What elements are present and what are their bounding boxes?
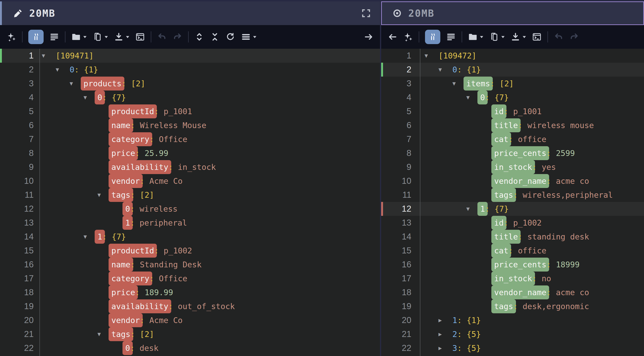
- node-value[interactable]: acme co: [556, 288, 589, 297]
- collapse-node-icon[interactable]: ▼: [438, 63, 448, 77]
- node-value[interactable]: 189.99: [144, 288, 173, 297]
- added-key[interactable]: items: [464, 77, 493, 91]
- node-value[interactable]: 18999: [556, 260, 580, 269]
- node-value[interactable]: wireless mouse: [527, 121, 594, 130]
- collapse-all-button[interactable]: [210, 32, 220, 42]
- removed-key[interactable]: name: [108, 258, 133, 271]
- node-value[interactable]: standing desk: [527, 232, 589, 241]
- removed-key[interactable]: availability: [108, 299, 171, 313]
- removed-key[interactable]: name: [108, 118, 133, 132]
- node-key[interactable]: 0: [70, 63, 74, 77]
- tree-row[interactable]: 4▼0: {7}: [381, 91, 644, 104]
- added-key[interactable]: title: [491, 230, 520, 244]
- tree-row[interactable]: 7category: Office: [0, 132, 380, 146]
- collapse-node-icon[interactable]: ▼: [98, 188, 107, 202]
- tree-row[interactable]: 17category: Office: [0, 271, 380, 285]
- node-value[interactable]: Wireless Mouse: [140, 121, 206, 130]
- tree-row[interactable]: 12▼1: {7}: [381, 202, 644, 216]
- tree-row[interactable]: 131: peripheral: [0, 216, 380, 230]
- tree-row[interactable]: 18vendor_name: acme co: [381, 285, 644, 299]
- tree-row[interactable]: 5id: p_1001: [381, 104, 644, 118]
- tree-row[interactable]: 3▼products: [2]: [0, 77, 380, 91]
- tree-row[interactable]: 11tags: wireless,peripheral: [381, 188, 644, 202]
- terminal-button[interactable]: [532, 32, 542, 42]
- node-value[interactable]: Acme Co: [150, 176, 182, 186]
- tree-row[interactable]: 7cat: office: [381, 132, 644, 146]
- tree-row[interactable]: 20▶1: {1}: [381, 313, 644, 327]
- node-key[interactable]: 1: [452, 313, 457, 327]
- copy-button[interactable]: [489, 32, 505, 42]
- node-value[interactable]: out_of_stock: [178, 302, 235, 311]
- tree-row[interactable]: 6name: Wireless Mouse: [0, 118, 380, 132]
- tree-mode-button[interactable]: [425, 30, 440, 44]
- node-value[interactable]: acme co: [556, 176, 589, 186]
- added-key[interactable]: title: [491, 118, 520, 132]
- tree-row[interactable]: 6title: wireless mouse: [381, 118, 644, 132]
- tree-row[interactable]: 15cat: office: [381, 244, 644, 258]
- collapse-node-icon[interactable]: ▼: [98, 327, 107, 341]
- node-value[interactable]: Office: [159, 274, 188, 283]
- removed-key[interactable]: productId: [108, 104, 157, 118]
- removed-key[interactable]: tags: [108, 327, 133, 341]
- arrow-left-button[interactable]: [388, 32, 398, 42]
- node-value[interactable]: wireless: [140, 204, 178, 213]
- added-key[interactable]: price_cents: [491, 258, 549, 271]
- tree-row[interactable]: 4▼0: {7}: [0, 91, 380, 104]
- tree-row[interactable]: 19tags: desk,ergonomic: [381, 299, 644, 313]
- tree-row[interactable]: 19availability: out_of_stock: [0, 299, 380, 313]
- tree-row[interactable]: 22▶3: {5}: [381, 341, 644, 355]
- tree-row[interactable]: 14title: standing desk: [381, 230, 644, 244]
- tree-row[interactable]: 21▶2: {5}: [381, 327, 644, 341]
- fullscreen-button[interactable]: [361, 8, 371, 18]
- removed-key[interactable]: category: [108, 132, 152, 146]
- collapse-node-icon[interactable]: ▼: [466, 202, 476, 216]
- undo-button[interactable]: [554, 32, 564, 42]
- collapse-node-icon[interactable]: ▼: [70, 77, 79, 91]
- text-mode-button[interactable]: [446, 32, 456, 42]
- collapse-node-icon[interactable]: ▼: [452, 77, 462, 91]
- redo-button[interactable]: [569, 32, 579, 42]
- tree-row[interactable]: 13id: p_1002: [381, 216, 644, 230]
- removed-key[interactable]: category: [108, 271, 152, 285]
- node-value[interactable]: no: [542, 274, 551, 283]
- added-key[interactable]: vendor_name: [491, 174, 549, 188]
- download-button[interactable]: [510, 32, 526, 42]
- removed-key[interactable]: price: [108, 285, 138, 299]
- removed-key[interactable]: vendor: [108, 313, 143, 327]
- tree-row[interactable]: 2▼0: {1}: [381, 63, 644, 77]
- node-value[interactable]: office: [518, 135, 546, 144]
- tree-row[interactable]: 15productId: p_1002: [0, 244, 380, 258]
- tree-mode-button[interactable]: [28, 30, 44, 44]
- sparkles-button[interactable]: [6, 32, 16, 42]
- collapse-node-icon[interactable]: ▼: [466, 91, 476, 104]
- tree-row[interactable]: 14▼1: {7}: [0, 230, 380, 244]
- left-document-header[interactable]: 20MB: [0, 2, 380, 25]
- folder-button[interactable]: [71, 32, 87, 42]
- node-key[interactable]: 0: [452, 63, 457, 77]
- expand-node-icon[interactable]: ▶: [438, 313, 448, 327]
- node-value[interactable]: p_1002: [513, 218, 542, 227]
- node-value[interactable]: 25.99: [144, 149, 168, 158]
- tree-row[interactable]: 3▼items: [2]: [381, 77, 644, 91]
- node-value[interactable]: Standing Desk: [140, 260, 202, 269]
- right-document-header[interactable]: 20MB: [381, 2, 644, 25]
- node-value[interactable]: peripheral: [140, 218, 187, 227]
- collapse-node-icon[interactable]: ▼: [424, 49, 434, 63]
- removed-key[interactable]: productId: [108, 244, 157, 258]
- added-key[interactable]: price_cents: [491, 146, 549, 160]
- copy-button[interactable]: [92, 32, 108, 42]
- sparkles-button[interactable]: [403, 32, 413, 42]
- node-value[interactable]: desk,ergonomic: [523, 302, 589, 311]
- removed-key[interactable]: vendor: [108, 174, 143, 188]
- added-key[interactable]: tags: [491, 299, 516, 313]
- added-key[interactable]: vendor_name: [491, 285, 549, 299]
- node-key[interactable]: 2: [452, 327, 457, 341]
- tree-row[interactable]: 20vendor: Acme Co: [0, 313, 380, 327]
- tree-row[interactable]: 11▼tags: [2]: [0, 188, 380, 202]
- node-value[interactable]: wireless,peripheral: [523, 190, 613, 200]
- node-value[interactable]: in_stock: [178, 162, 216, 172]
- removed-key[interactable]: price: [108, 146, 138, 160]
- download-button[interactable]: [114, 32, 130, 42]
- node-value[interactable]: p_1002: [164, 246, 192, 255]
- tree-row[interactable]: 18price: 189.99: [0, 285, 380, 299]
